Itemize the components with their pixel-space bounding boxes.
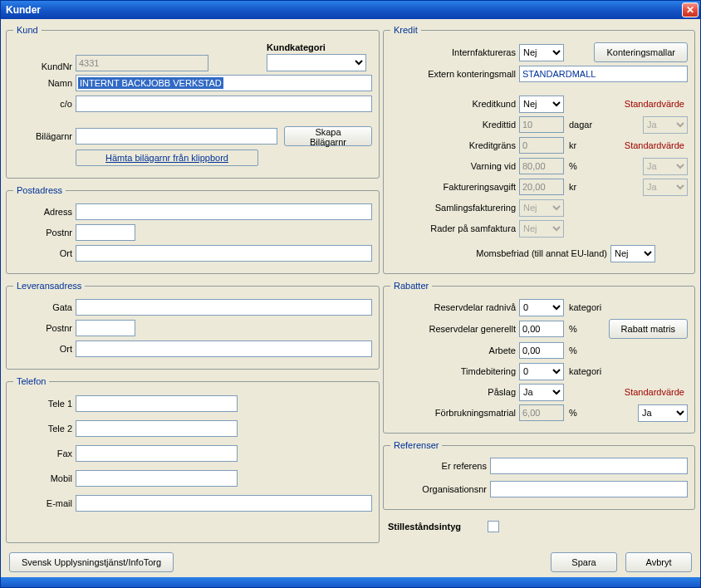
kredittid-input[interactable] bbox=[519, 116, 564, 133]
tele2-label: Tele 2 bbox=[13, 424, 76, 434]
paslag-select[interactable]: Ja bbox=[519, 384, 564, 401]
rader-select: Nej bbox=[519, 220, 564, 238]
close-button[interactable]: ✕ bbox=[682, 2, 699, 17]
extern-label: Extern konteringsmall bbox=[390, 69, 519, 79]
kredit-legend: Kredit bbox=[390, 25, 421, 35]
namn-label: Namn bbox=[13, 78, 76, 88]
rabatter-legend: Rabatter bbox=[390, 281, 432, 291]
referenser-legend: Referenser bbox=[390, 440, 442, 450]
lev-postnr-input[interactable] bbox=[76, 320, 135, 336]
reservradniva-label: Reservdelar radnivå bbox=[390, 302, 519, 312]
email-input[interactable] bbox=[76, 495, 372, 512]
varning-label: Varning vid bbox=[390, 161, 519, 171]
telefon-legend: Telefon bbox=[13, 376, 49, 386]
mobil-input[interactable] bbox=[76, 470, 238, 487]
kund-fieldset: Kund KundNr Kundkategori Namn INTERNT BA… bbox=[6, 25, 380, 179]
rabattmatris-button[interactable]: Rabatt matris bbox=[609, 319, 688, 339]
moms-select[interactable]: Nej bbox=[610, 245, 655, 262]
paslag-label: Påslag bbox=[390, 387, 519, 397]
tele2-input[interactable] bbox=[76, 420, 238, 437]
internfaktureras-select[interactable]: Nej bbox=[519, 44, 564, 61]
namn-value: INTERNT BACKJOBB VERKSTAD bbox=[78, 77, 223, 89]
avbryt-button[interactable]: Avbryt bbox=[625, 552, 692, 572]
email-label: E-mail bbox=[13, 498, 76, 508]
orgnr-input[interactable] bbox=[490, 481, 688, 497]
fax-label: Fax bbox=[13, 448, 76, 458]
faktavgift-std-select: Ja bbox=[643, 179, 688, 196]
skapa-bilagarnr-button[interactable]: Skapa Bilägarnr bbox=[284, 126, 372, 146]
forbrukning-std-select[interactable]: Ja bbox=[638, 404, 688, 422]
standard-label-2: Standardvärde bbox=[625, 140, 684, 150]
kreditgrans-label: Kreditgräns bbox=[390, 140, 519, 150]
ort-label: Ort bbox=[13, 248, 76, 258]
postnr-input[interactable] bbox=[76, 224, 135, 241]
adress-label: Adress bbox=[13, 207, 76, 217]
erreferens-input[interactable] bbox=[490, 458, 688, 474]
reservradniva-unit: kategori bbox=[569, 302, 601, 312]
kreditgrans-input[interactable] bbox=[519, 137, 564, 154]
kredittid-std-select: Ja bbox=[643, 116, 688, 134]
postnr-label: Postnr bbox=[13, 228, 76, 238]
timdebitering-label: Timdebitering bbox=[390, 366, 519, 376]
fax-input[interactable] bbox=[76, 445, 238, 462]
postadress-fieldset: Postadress Adress Postnr Ort bbox=[6, 185, 380, 274]
samlings-select: Nej bbox=[519, 199, 564, 217]
rader-label: Rader på samfaktura bbox=[390, 223, 519, 233]
co-input[interactable] bbox=[76, 96, 372, 112]
window-title: Kunder bbox=[6, 4, 41, 16]
kundnr-label: KundNr bbox=[13, 61, 76, 71]
faktavgift-unit: kr bbox=[569, 182, 576, 192]
titlebar: Kunder ✕ bbox=[1, 1, 700, 19]
kreditkund-select[interactable]: Nej bbox=[519, 96, 564, 113]
namn-input[interactable]: INTERNT BACKJOBB VERKSTAD bbox=[76, 75, 372, 91]
forbrukning-unit: % bbox=[569, 408, 577, 418]
varning-unit: % bbox=[569, 161, 577, 171]
arbete-input[interactable] bbox=[519, 342, 564, 359]
arbete-unit: % bbox=[569, 345, 577, 355]
kundkategori-select[interactable] bbox=[267, 54, 366, 71]
gata-input[interactable] bbox=[76, 299, 372, 316]
gata-label: Gata bbox=[13, 302, 76, 312]
postadress-legend: Postadress bbox=[13, 185, 66, 195]
kredittid-label: Kredittid bbox=[390, 120, 519, 130]
orgnr-label: Organisationsnr bbox=[390, 484, 490, 494]
forbrukning-input[interactable] bbox=[519, 404, 564, 421]
kreditgrans-unit: kr bbox=[569, 140, 576, 150]
timdebitering-select[interactable]: 0 bbox=[519, 363, 564, 380]
samlings-label: Samlingsfakturering bbox=[390, 203, 519, 213]
varning-std-select: Ja bbox=[643, 158, 688, 175]
adress-input[interactable] bbox=[76, 203, 372, 220]
konteringsmallar-button[interactable]: Konteringsmallar bbox=[594, 42, 688, 62]
close-icon: ✕ bbox=[686, 5, 694, 15]
moms-label: Momsbefriad (till annat EU-land) bbox=[390, 248, 610, 258]
kundnr-input[interactable] bbox=[76, 55, 208, 71]
stillestand-label: Stilleståndsintyg bbox=[388, 522, 488, 532]
spara-button[interactable]: Spara bbox=[551, 552, 617, 572]
bilagarnr-input[interactable] bbox=[76, 128, 277, 145]
extern-input[interactable] bbox=[519, 66, 688, 82]
rabatter-fieldset: Rabatter Reservdelar radnivå 0 kategori … bbox=[383, 281, 695, 434]
erreferens-label: Er referens bbox=[390, 461, 490, 471]
arbete-label: Arbete bbox=[390, 345, 519, 355]
kund-legend: Kund bbox=[13, 25, 42, 35]
bilagarnr-label: Bilägarnr bbox=[13, 131, 76, 141]
tele1-input[interactable] bbox=[76, 395, 238, 412]
hamta-bilagarnr-link[interactable]: Hämta bilägarnr från klippbord bbox=[76, 149, 258, 166]
lev-ort-label: Ort bbox=[13, 344, 76, 354]
standard-label-1: Standardvärde bbox=[625, 99, 684, 109]
faktavgift-input[interactable] bbox=[519, 179, 564, 195]
varning-input[interactable] bbox=[519, 158, 564, 174]
faktavgift-label: Faktureringsavgift bbox=[390, 182, 519, 192]
reservgenerellt-input[interactable] bbox=[519, 321, 564, 337]
mobil-label: Mobil bbox=[13, 473, 76, 483]
infotorg-button[interactable]: Svensk Upplysningstjänst/InfoTorg bbox=[9, 552, 174, 572]
stillestand-checkbox[interactable] bbox=[488, 521, 499, 532]
timdebitering-unit: kategori bbox=[569, 366, 601, 376]
lev-ort-input[interactable] bbox=[76, 341, 372, 357]
ort-input[interactable] bbox=[76, 245, 372, 262]
reservgenerellt-label: Reservdelar generellt bbox=[390, 324, 519, 334]
kundkategori-label: Kundkategori bbox=[267, 42, 326, 52]
reservradniva-select[interactable]: 0 bbox=[519, 299, 564, 316]
forbrukning-label: Förbrukningsmatrial bbox=[390, 408, 519, 418]
footer-strip bbox=[1, 577, 700, 587]
